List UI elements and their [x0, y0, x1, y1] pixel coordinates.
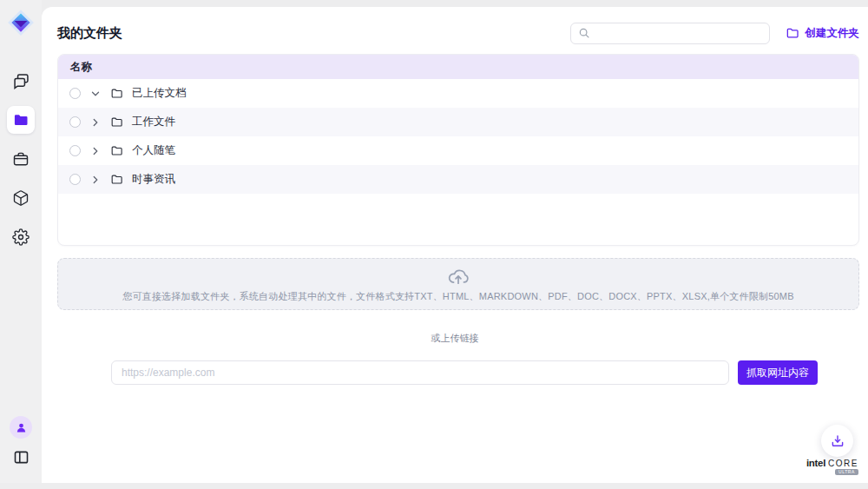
- table-header-row: 名称: [58, 55, 858, 79]
- app-logo-icon: [6, 8, 36, 37]
- upload-hint: 您可直接选择加载文件夹，系统自动处理其中的文件，文件格式支持TXT、HTML、M…: [122, 290, 793, 303]
- folder-table: 名称 已上传文档 工作文件: [57, 54, 859, 246]
- briefcase-icon: [12, 150, 30, 168]
- folder-icon: [110, 87, 123, 100]
- row-select-circle[interactable]: [69, 116, 81, 128]
- folder-icon: [110, 144, 123, 157]
- folder-name: 时事资讯: [132, 172, 175, 187]
- folder-icon: [12, 111, 30, 129]
- intel-core-badge: intel core ultra: [806, 458, 858, 475]
- sidebar-item-toolbox[interactable]: [7, 145, 35, 173]
- sidebar: [0, 0, 42, 483]
- chevron-right-icon[interactable]: [89, 145, 102, 157]
- folder-name: 已上传文档: [132, 86, 187, 101]
- or-upload-link-label: 或上传链接: [42, 332, 868, 345]
- folder-name: 工作文件: [132, 115, 175, 129]
- row-select-circle[interactable]: [69, 88, 81, 99]
- name-column-header: 名称: [70, 60, 92, 75]
- search-input[interactable]: [595, 27, 762, 39]
- cube-icon: [12, 189, 30, 207]
- folder-icon: [110, 116, 123, 129]
- intel-tier-text: ultra: [835, 469, 858, 475]
- create-folder-label: 创建文件夹: [806, 26, 860, 41]
- table-row[interactable]: 时事资讯: [58, 165, 858, 194]
- sidebar-bottom: [7, 416, 35, 471]
- sidebar-item-settings[interactable]: [7, 223, 35, 251]
- page-header: 我的文件夹 创建文件夹: [57, 19, 859, 47]
- sidebar-item-models[interactable]: [7, 184, 35, 212]
- search-icon: [578, 27, 590, 39]
- chevron-right-icon[interactable]: [89, 116, 102, 129]
- panel-toggle-button[interactable]: [7, 443, 35, 471]
- upload-dropzone[interactable]: 您可直接选择加载文件夹，系统自动处理其中的文件，文件格式支持TXT、HTML、M…: [57, 258, 859, 310]
- user-avatar-icon: [15, 421, 28, 434]
- chevron-down-icon[interactable]: [89, 88, 102, 100]
- download-fab-button[interactable]: [821, 425, 853, 457]
- download-icon: [830, 433, 845, 449]
- main-panel: 我的文件夹 创建文件夹 名称 已上传文: [42, 7, 868, 483]
- gear-icon: [12, 228, 30, 246]
- user-avatar[interactable]: [10, 416, 32, 439]
- panel-toggle-icon: [12, 448, 30, 466]
- search-box[interactable]: [570, 23, 770, 44]
- page-title: 我的文件夹: [57, 25, 122, 42]
- app-logo[interactable]: [6, 8, 36, 37]
- row-select-circle[interactable]: [69, 145, 81, 156]
- create-folder-button[interactable]: 创建文件夹: [786, 26, 860, 41]
- chevron-right-icon[interactable]: [89, 174, 102, 186]
- sidebar-item-chat[interactable]: [7, 67, 35, 95]
- table-row[interactable]: 个人随笔: [58, 136, 858, 165]
- intel-brand-text: intel: [806, 458, 825, 468]
- cloud-upload-icon: [447, 265, 470, 287]
- url-input[interactable]: [111, 360, 729, 385]
- folder-name: 个人随笔: [132, 143, 175, 158]
- table-row[interactable]: 已上传文档: [58, 79, 858, 108]
- url-upload-row: 抓取网址内容: [111, 360, 818, 385]
- intel-logo: intel core: [806, 458, 858, 468]
- folder-icon: [110, 173, 123, 186]
- row-select-circle[interactable]: [69, 174, 81, 185]
- fetch-url-button[interactable]: 抓取网址内容: [738, 360, 818, 385]
- sidebar-nav: [7, 67, 35, 251]
- table-row[interactable]: 工作文件: [58, 108, 858, 136]
- sidebar-item-folders[interactable]: [7, 106, 35, 134]
- folder-plus-icon: [786, 26, 799, 40]
- chat-icon: [12, 72, 30, 90]
- intel-product-text: core: [828, 459, 858, 468]
